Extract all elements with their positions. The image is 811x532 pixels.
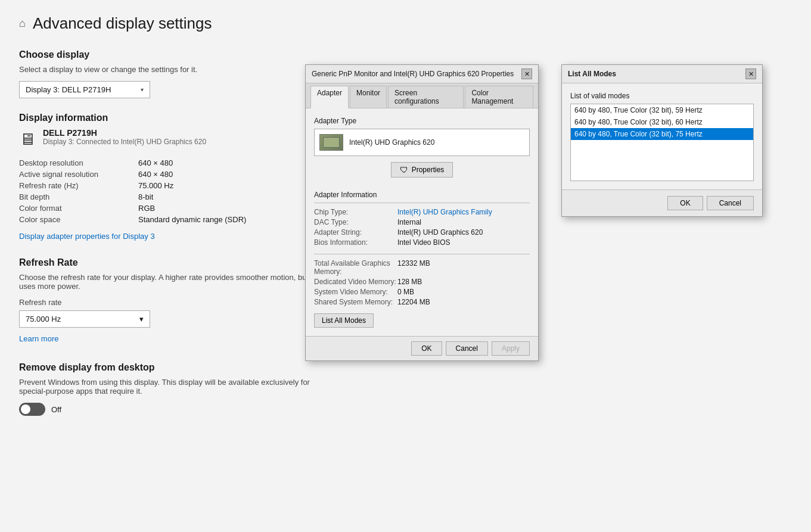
- remove-display-toggle[interactable]: [19, 403, 45, 416]
- remove-display-desc: Prevent Windows from using this display.…: [19, 378, 338, 396]
- list-item-selected[interactable]: 640 by 480, True Color (32 bit), 75 Hert…: [571, 128, 753, 140]
- list-modes-titlebar: List All Modes ✕: [562, 65, 762, 83]
- monitor-info-block: 🖥 DELL P2719H Display 3: Connected to In…: [19, 128, 338, 149]
- refresh-rate-label: Refresh rate: [19, 298, 338, 307]
- info-label-4: Color format: [19, 204, 138, 213]
- choose-display-subtitle: Select a display to view or change the s…: [19, 65, 338, 74]
- monitor-name: DELL P2719H: [43, 128, 206, 138]
- remove-display-section: Remove display from desktop Prevent Wind…: [19, 362, 338, 416]
- display-info-table: Desktop resolution 640 × 480 Active sign…: [19, 158, 338, 224]
- list-modes-content: List of valid modes 640 by 480, True Col…: [562, 83, 762, 189]
- tab-color-management[interactable]: Color Management: [465, 86, 533, 108]
- toggle-off-label: Off: [51, 405, 61, 414]
- mem-value-3: 12204 MB: [397, 298, 530, 306]
- info-value-2: 75.000 Hz: [138, 181, 338, 190]
- info-label-0: Desktop resolution: [19, 158, 138, 167]
- info-value-5: Standard dynamic range (SDR): [138, 215, 338, 224]
- info-label-2: Refresh rate (Hz): [19, 181, 138, 190]
- display-info-title: Display information: [19, 113, 338, 123]
- tab-screen-configurations[interactable]: Screen configurations: [388, 86, 464, 108]
- learn-more-link[interactable]: Learn more: [19, 334, 58, 343]
- page-title: Advanced display settings: [33, 14, 212, 33]
- list-modes-title: List All Modes: [568, 70, 616, 78]
- mem-value-0: 12332 MB: [397, 259, 530, 276]
- ai-value-2: Intel(R) UHD Graphics 620: [397, 228, 530, 237]
- ai-value-0: Intel(R) UHD Graphics Family: [397, 208, 530, 216]
- list-all-modes-dialog: List All Modes ✕ List of valid modes 640…: [561, 64, 763, 217]
- remove-display-title: Remove display from desktop: [19, 362, 338, 373]
- properties-apply-button[interactable]: Apply: [492, 341, 530, 356]
- properties-ok-button[interactable]: OK: [411, 341, 442, 356]
- refresh-rate-desc: Choose the refresh rate for your display…: [19, 273, 338, 291]
- properties-dialog-close-button[interactable]: ✕: [521, 69, 532, 79]
- info-value-3: 8-bit: [138, 192, 338, 201]
- list-modes-label: List of valid modes: [570, 92, 754, 100]
- ai-value-1: Internal: [397, 218, 530, 226]
- refresh-rate-section: Refresh Rate Choose the refresh rate for…: [19, 257, 338, 343]
- mem-value-1: 128 MB: [397, 278, 530, 286]
- info-label-5: Color space: [19, 215, 138, 224]
- choose-display-title: Choose display: [19, 49, 338, 60]
- adapter-properties-link[interactable]: Display adapter properties for Display 3: [19, 232, 155, 241]
- properties-button[interactable]: 🛡 Properties: [391, 162, 453, 178]
- list-modes-close-button[interactable]: ✕: [745, 69, 756, 79]
- info-label-3: Bit depth: [19, 192, 138, 201]
- monitor-icon: 🖥: [19, 129, 36, 149]
- list-modes-ok-button[interactable]: OK: [667, 196, 703, 210]
- refresh-rate-title: Refresh Rate: [19, 257, 338, 268]
- list-modes-cancel-button[interactable]: Cancel: [707, 196, 754, 210]
- mem-value-2: 0 MB: [397, 288, 530, 296]
- toggle-row: Off: [19, 403, 338, 416]
- display-dropdown[interactable]: Display 3: DELL P2719H ▾: [19, 81, 150, 98]
- info-value-0: 640 × 480: [138, 158, 338, 167]
- properties-cancel-button[interactable]: Cancel: [446, 341, 488, 356]
- page-header: ⌂ Advanced display settings: [19, 14, 338, 33]
- info-value-4: RGB: [138, 204, 338, 213]
- info-value-1: 640 × 480: [138, 170, 338, 179]
- chevron-down-icon: ▾: [141, 86, 144, 93]
- properties-btn-label: Properties: [412, 166, 445, 174]
- list-modes-listbox[interactable]: 640 by 480, True Color (32 bit), 59 Hert…: [570, 104, 754, 181]
- info-label-1: Active signal resolution: [19, 170, 138, 179]
- home-icon[interactable]: ⌂: [19, 17, 26, 30]
- shield-icon: 🛡: [400, 165, 408, 175]
- refresh-rate-value: 75.000 Hz: [26, 315, 61, 323]
- monitor-subname: Display 3: Connected to Intel(R) UHD Gra…: [43, 138, 206, 146]
- display-dropdown-value: Display 3: DELL P2719H: [26, 85, 111, 94]
- list-modes-footer: OK Cancel: [562, 189, 762, 216]
- refresh-rate-dropdown[interactable]: 75.000 Hz ▾: [19, 310, 150, 328]
- display-info-section: Display information 🖥 DELL P2719H Displa…: [19, 113, 338, 241]
- list-item[interactable]: 640 by 480, True Color (32 bit), 60 Hert…: [571, 116, 753, 128]
- refresh-chevron-icon: ▾: [139, 315, 144, 323]
- list-item[interactable]: 640 by 480, True Color (32 bit), 59 Hert…: [571, 104, 753, 116]
- choose-display-section: Choose display Select a display to view …: [19, 49, 338, 98]
- ai-value-3: Intel Video BIOS: [397, 238, 530, 247]
- adapter-name-text: Intel(R) UHD Graphics 620: [349, 138, 434, 147]
